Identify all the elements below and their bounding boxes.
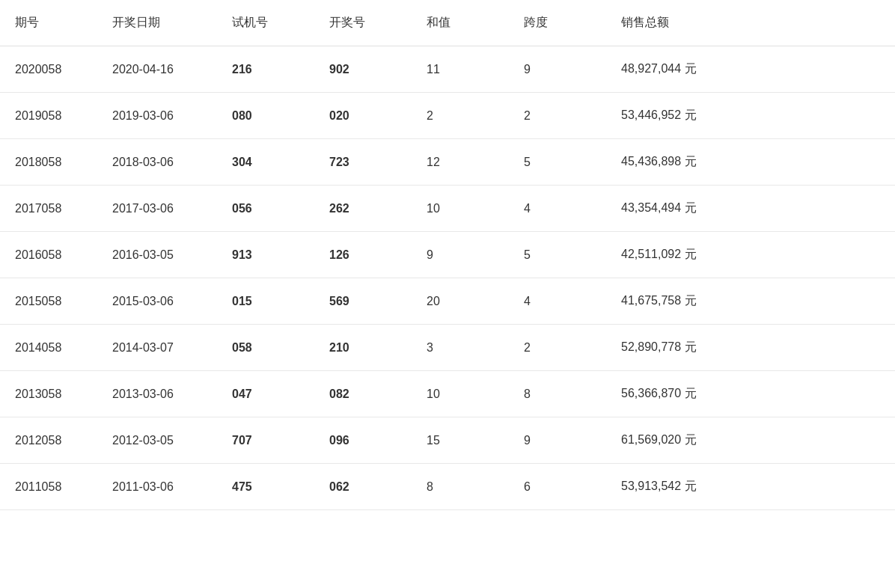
cell-sum: 15 xyxy=(412,417,509,464)
table-row: 20110582011-03-064750628653,913,542 元 xyxy=(0,464,895,510)
cell-date: 2012-03-05 xyxy=(97,417,217,464)
cell-trial: 015 xyxy=(217,278,314,325)
cell-sales: 53,446,952 元 xyxy=(606,93,895,139)
header-trial: 试机号 xyxy=(217,0,314,46)
cell-date: 2013-03-06 xyxy=(97,371,217,417)
cell-sales: 61,569,020 元 xyxy=(606,417,895,464)
cell-winning: 096 xyxy=(314,417,412,464)
header-span: 跨度 xyxy=(509,0,606,46)
table-row: 20120582012-03-0570709615961,569,020 元 xyxy=(0,417,895,464)
cell-date: 2015-03-06 xyxy=(97,278,217,325)
cell-winning: 062 xyxy=(314,464,412,510)
cell-span: 4 xyxy=(509,186,606,232)
table-row: 20190582019-03-060800202253,446,952 元 xyxy=(0,93,895,139)
cell-period: 2016058 xyxy=(0,232,97,278)
table-row: 20200582020-04-1621690211948,927,044 元 xyxy=(0,46,895,93)
header-sales: 销售总额 xyxy=(606,0,895,46)
lottery-table: 期号 开奖日期 试机号 开奖号 和值 跨度 销售总额 20200582020-0… xyxy=(0,0,895,510)
cell-period: 2012058 xyxy=(0,417,97,464)
cell-sales: 45,436,898 元 xyxy=(606,139,895,186)
cell-sum: 12 xyxy=(412,139,509,186)
cell-trial: 047 xyxy=(217,371,314,417)
cell-winning: 210 xyxy=(314,325,412,371)
lottery-table-container: 期号 开奖日期 试机号 开奖号 和值 跨度 销售总额 20200582020-0… xyxy=(0,0,895,588)
cell-span: 2 xyxy=(509,93,606,139)
cell-date: 2019-03-06 xyxy=(97,93,217,139)
cell-span: 4 xyxy=(509,278,606,325)
table-row: 20140582014-03-070582103252,890,778 元 xyxy=(0,325,895,371)
cell-winning: 569 xyxy=(314,278,412,325)
cell-trial: 080 xyxy=(217,93,314,139)
header-date: 开奖日期 xyxy=(97,0,217,46)
table-row: 20170582017-03-0605626210443,354,494 元 xyxy=(0,186,895,232)
cell-period: 2018058 xyxy=(0,139,97,186)
cell-sales: 41,675,758 元 xyxy=(606,278,895,325)
cell-sales: 48,927,044 元 xyxy=(606,46,895,93)
cell-span: 9 xyxy=(509,46,606,93)
table-row: 20180582018-03-0630472312545,436,898 元 xyxy=(0,139,895,186)
header-period: 期号 xyxy=(0,0,97,46)
cell-sum: 11 xyxy=(412,46,509,93)
cell-sales: 42,511,092 元 xyxy=(606,232,895,278)
cell-date: 2020-04-16 xyxy=(97,46,217,93)
cell-period: 2013058 xyxy=(0,371,97,417)
cell-date: 2018-03-06 xyxy=(97,139,217,186)
cell-sales: 43,354,494 元 xyxy=(606,186,895,232)
cell-span: 2 xyxy=(509,325,606,371)
cell-span: 9 xyxy=(509,417,606,464)
cell-sum: 2 xyxy=(412,93,509,139)
cell-sum: 9 xyxy=(412,232,509,278)
cell-span: 5 xyxy=(509,139,606,186)
cell-sales: 52,890,778 元 xyxy=(606,325,895,371)
cell-sum: 10 xyxy=(412,371,509,417)
cell-sum: 3 xyxy=(412,325,509,371)
cell-sum: 20 xyxy=(412,278,509,325)
cell-trial: 707 xyxy=(217,417,314,464)
cell-date: 2017-03-06 xyxy=(97,186,217,232)
cell-date: 2011-03-06 xyxy=(97,464,217,510)
cell-trial: 216 xyxy=(217,46,314,93)
cell-winning: 020 xyxy=(314,93,412,139)
cell-period: 2014058 xyxy=(0,325,97,371)
cell-period: 2011058 xyxy=(0,464,97,510)
cell-sum: 8 xyxy=(412,464,509,510)
cell-period: 2017058 xyxy=(0,186,97,232)
header-winning: 开奖号 xyxy=(314,0,412,46)
table-header-row: 期号 开奖日期 试机号 开奖号 和值 跨度 销售总额 xyxy=(0,0,895,46)
cell-date: 2014-03-07 xyxy=(97,325,217,371)
cell-period: 2019058 xyxy=(0,93,97,139)
cell-winning: 723 xyxy=(314,139,412,186)
cell-winning: 126 xyxy=(314,232,412,278)
table-row: 20130582013-03-0604708210856,366,870 元 xyxy=(0,371,895,417)
cell-span: 8 xyxy=(509,371,606,417)
cell-winning: 902 xyxy=(314,46,412,93)
cell-trial: 056 xyxy=(217,186,314,232)
cell-winning: 082 xyxy=(314,371,412,417)
table-row: 20160582016-03-059131269542,511,092 元 xyxy=(0,232,895,278)
cell-period: 2020058 xyxy=(0,46,97,93)
cell-winning: 262 xyxy=(314,186,412,232)
cell-trial: 913 xyxy=(217,232,314,278)
cell-sales: 53,913,542 元 xyxy=(606,464,895,510)
table-row: 20150582015-03-0601556920441,675,758 元 xyxy=(0,278,895,325)
cell-date: 2016-03-05 xyxy=(97,232,217,278)
cell-period: 2015058 xyxy=(0,278,97,325)
header-sum: 和值 xyxy=(412,0,509,46)
cell-sales: 56,366,870 元 xyxy=(606,371,895,417)
cell-span: 5 xyxy=(509,232,606,278)
cell-span: 6 xyxy=(509,464,606,510)
cell-trial: 475 xyxy=(217,464,314,510)
cell-sum: 10 xyxy=(412,186,509,232)
cell-trial: 058 xyxy=(217,325,314,371)
cell-trial: 304 xyxy=(217,139,314,186)
